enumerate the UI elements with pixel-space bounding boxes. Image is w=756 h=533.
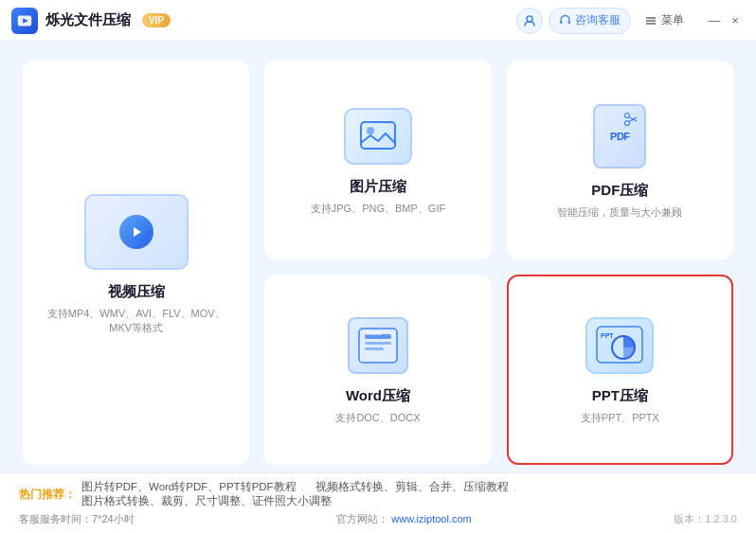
hot-label: 热门推荐： xyxy=(19,488,76,502)
svg-text:PPT: PPT xyxy=(601,332,614,339)
svg-point-10 xyxy=(367,127,374,134)
svg-point-11 xyxy=(625,113,630,117)
minimize-button[interactable]: — xyxy=(705,11,724,30)
ppt-card-subtitle: 支持PPT、PPTX xyxy=(581,411,659,425)
word-card-title: Word压缩 xyxy=(346,387,410,405)
app-logo-icon xyxy=(11,8,38,34)
svg-point-2 xyxy=(527,16,532,22)
window-controls: — × xyxy=(705,11,745,30)
headset-icon xyxy=(559,14,571,27)
image-card-title: 图片压缩 xyxy=(350,178,406,196)
hot-link-2[interactable]: 图片格式转换、裁剪、尺寸调整、证件照大小调整 xyxy=(81,494,332,508)
word-card-subtitle: 支持DOC、DOCX xyxy=(335,411,420,425)
video-card[interactable]: 视频压缩 支持MP4、WMV、AVI、FLV、MOV、MKV等格式 xyxy=(23,61,249,465)
ppt-card[interactable]: PPT PPT压缩 支持PPT、PPTX xyxy=(507,275,733,466)
app-title: 烁光文件压缩 xyxy=(45,11,131,29)
separator-0: 、 xyxy=(300,480,312,494)
svg-rect-4 xyxy=(568,21,571,24)
user-button[interactable] xyxy=(516,8,543,34)
service-label: 咨询客服 xyxy=(575,12,621,28)
menu-icon xyxy=(644,14,657,27)
menu-label: 菜单 xyxy=(661,12,684,28)
svg-marker-8 xyxy=(134,227,141,237)
video-card-subtitle: 支持MP4、WMV、AVI、FLV、MOV、MKV等格式 xyxy=(40,307,232,335)
version-label: 版本：1.2.3.0 xyxy=(674,512,737,526)
title-bar-right: 咨询客服 菜单 — × xyxy=(516,8,745,34)
hot-row: 热门推荐： 图片转PDF、Word转PDF、PPT转PDF教程 、 视频格式转换… xyxy=(19,480,737,508)
svg-text:WORD: WORD xyxy=(367,330,382,336)
ppt-card-title: PPT压缩 xyxy=(592,387,648,405)
menu-button[interactable]: 菜单 xyxy=(637,8,692,34)
svg-rect-3 xyxy=(560,21,563,24)
ppt-icon: PPT xyxy=(585,317,654,374)
close-button[interactable]: × xyxy=(726,11,745,30)
service-time: 客服服务时间：7*24小时 xyxy=(19,512,135,526)
image-card-subtitle: 支持JPG、PNG、BMP、GIF xyxy=(311,202,445,216)
hot-links: 图片转PDF、Word转PDF、PPT转PDF教程 、 视频格式转换、剪辑、合并… xyxy=(81,480,737,508)
logo-area: 烁光文件压缩 VIP xyxy=(11,8,171,34)
pdf-card-title: PDF压缩 xyxy=(591,182,648,200)
official-site: 官方网站： www.iziptool.com xyxy=(336,512,471,526)
svg-point-12 xyxy=(625,120,630,125)
svg-rect-9 xyxy=(361,122,395,149)
vip-badge: VIP xyxy=(142,13,171,27)
image-icon xyxy=(344,108,412,165)
word-card[interactable]: WORD Word压缩 支持DOC、DOCX xyxy=(264,275,491,466)
user-icon xyxy=(523,14,536,27)
pdf-card[interactable]: PDF PDF压缩 智能压缩，质量与大小兼顾 xyxy=(507,61,733,259)
main-content: 视频压缩 支持MP4、WMV、AVI、FLV、MOV、MKV等格式 图片压缩 支… xyxy=(0,42,756,472)
official-site-url[interactable]: www.iziptool.com xyxy=(391,513,471,524)
word-icon: WORD xyxy=(348,317,408,374)
video-icon xyxy=(84,194,189,270)
official-site-label: 官方网站： xyxy=(336,513,388,524)
scissors-icon xyxy=(623,112,639,131)
service-row: 客服服务时间：7*24小时 官方网站： www.iziptool.com 版本：… xyxy=(19,512,737,526)
pdf-card-subtitle: 智能压缩，质量与大小兼顾 xyxy=(557,205,682,220)
video-card-title: 视频压缩 xyxy=(108,283,165,301)
svg-rect-18 xyxy=(365,347,384,350)
pdf-icon: PDF xyxy=(593,104,646,169)
hot-link-1[interactable]: 视频格式转换、剪辑、合并、压缩教程 xyxy=(315,480,509,494)
svg-rect-17 xyxy=(365,342,391,345)
hot-link-0[interactable]: 图片转PDF、Word转PDF、PPT转PDF教程 xyxy=(81,480,297,494)
separator-1: 、 xyxy=(513,480,524,494)
service-button[interactable]: 咨询客服 xyxy=(549,8,631,34)
play-icon xyxy=(119,215,153,249)
title-bar: 烁光文件压缩 VIP 咨询客服 菜单 — xyxy=(0,0,756,42)
bottom-bar: 热门推荐： 图片转PDF、Word转PDF、PPT转PDF教程 、 视频格式转换… xyxy=(0,472,756,533)
image-card[interactable]: 图片压缩 支持JPG、PNG、BMP、GIF xyxy=(264,61,491,259)
